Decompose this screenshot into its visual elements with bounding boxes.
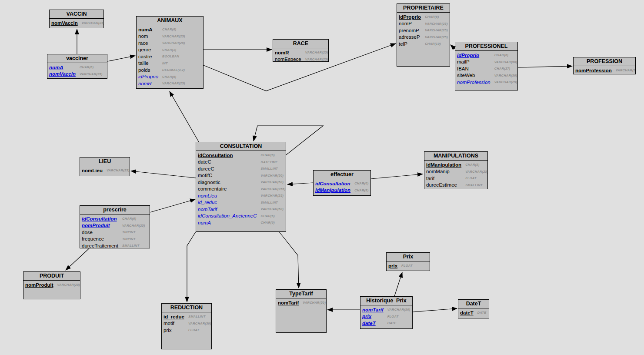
field-list: idConsultationCHAR(6)dateCDATETIMEdureeC…: [196, 152, 286, 226]
field-row: idProprioCHAR(6): [397, 13, 450, 20]
field-type: VARCHAR(255): [261, 186, 286, 193]
field-row: nomLieuVARCHAR(25): [196, 192, 286, 199]
entity-prix[interactable]: PrixprixFLOAT: [386, 252, 430, 271]
field-type: CHAR(6): [261, 152, 286, 159]
field-type: VARCHAR(25): [305, 56, 329, 62]
field-name: id_reduc: [196, 199, 261, 206]
field-name: race: [137, 40, 162, 47]
field-type: SMALLINT: [261, 199, 286, 206]
field-row: dureeEstimeeSMALLINT: [424, 182, 488, 189]
connector-professionel-to-profession[interactable]: [518, 66, 572, 67]
entity-produit[interactable]: PRODUITnomProduitVARCHAR(25): [23, 271, 80, 299]
entity-historique_prix[interactable]: Historique_PrixnomTarifVARCHAR(50)prixFL…: [360, 296, 413, 329]
connector-historiqueprix-to-prix[interactable]: [394, 272, 402, 296]
field-row: siteWebVARCHAR(50): [455, 72, 518, 79]
field-row: dateTDATE: [360, 320, 412, 327]
field-name: adresseP: [397, 34, 425, 41]
field-list: id_reducSMALLINTmotifVARCHAR(50)prixFLOA…: [162, 313, 212, 334]
field-type: VARCHAR(25): [162, 40, 203, 47]
entity-reduction[interactable]: REDUCTIONid_reducSMALLINTmotifVARCHAR(50…: [161, 303, 212, 349]
field-name: nomTarif: [276, 299, 303, 306]
field-row: dateCDATETIME: [196, 159, 286, 166]
entity-profession[interactable]: PROFESSIONnomProfessionVARCHAR(25): [573, 57, 636, 74]
field-type: CHAR(8): [354, 187, 370, 194]
connector-consultation-to-typetarif[interactable]: [279, 232, 299, 288]
entity-lieu[interactable]: LIEUnomLieuVARCHAR(25): [80, 157, 130, 176]
field-type: VARCHAR(25): [261, 192, 286, 199]
entity-title: MANIPULATIONS: [424, 152, 487, 161]
connector-effectuer-to-consultation[interactable]: [287, 183, 313, 184]
field-row: adressePVARCHAR(75): [397, 34, 450, 41]
connector-historiqueprix-to-datet[interactable]: [413, 308, 457, 312]
connector-prescrire-to-produit[interactable]: [66, 248, 89, 270]
entity-race[interactable]: RACEnomRVARCHAR(25)nomEspeceVARCHAR(25): [273, 39, 329, 62]
field-row: nomTarifVARCHAR(50): [196, 206, 286, 213]
field-name: nomProduit: [80, 222, 122, 229]
field-row: idConsultationCHAR(6): [314, 180, 370, 187]
field-row: nomProduitVARCHAR(25): [23, 281, 80, 288]
field-name: motifC: [196, 172, 261, 179]
entity-title: VACCIN: [50, 10, 103, 19]
entity-datet[interactable]: DateTdateTDATE: [458, 299, 489, 318]
field-type: VARCHAR(25): [162, 80, 203, 87]
entity-title: LIEU: [80, 157, 130, 166]
field-name: nom: [137, 33, 162, 40]
field-name: prix: [360, 313, 387, 320]
field-row: nomRVARCHAR(25): [273, 49, 329, 56]
field-name: idConsultation: [196, 152, 261, 159]
field-row: idProprioCHAR(6): [455, 52, 518, 59]
field-name: frequence: [80, 236, 122, 243]
entity-professionel[interactable]: PROFESSIONELidProprioCHAR(6)mailPVARCHAR…: [455, 42, 518, 90]
field-row: idProprioCHAR(6): [137, 74, 203, 80]
field-type: CHAR(6): [80, 64, 107, 71]
field-name: mailP: [455, 59, 494, 66]
field-name: nomVaccin: [50, 20, 82, 27]
entity-consultation[interactable]: CONSULTATIONidConsultationCHAR(6)dateCDA…: [196, 142, 286, 232]
field-type: VARCHAR(50): [494, 72, 518, 79]
field-name: prix: [387, 262, 401, 269]
field-row: nomManipVARCHAR(25): [424, 168, 488, 175]
field-type: VARCHAR(25): [122, 222, 150, 229]
field-row: prixFLOAT: [387, 262, 430, 269]
field-name: idConsultation: [80, 215, 122, 222]
field-name: telP: [397, 40, 425, 47]
field-name: idManipulation: [424, 161, 465, 168]
field-name: numA: [137, 26, 162, 33]
entity-effectuer[interactable]: effectueridConsultationCHAR(6)idManipula…: [313, 170, 371, 196]
entity-vacciner[interactable]: vaccinernumACHAR(6)nomVaccinVARCHAR(25): [47, 54, 107, 79]
connector-consultation-to-reduction[interactable]: [187, 232, 196, 302]
connector-prescrire-to-consultation[interactable]: [150, 199, 195, 212]
entity-vaccin[interactable]: VACCINnomVaccinVARCHAR(25): [49, 10, 104, 28]
field-type: CHAR(6): [162, 26, 203, 33]
field-type: BOOLEAN: [162, 53, 203, 60]
connector-consultation-to-animaux[interactable]: [170, 91, 199, 142]
field-name: motif: [162, 320, 188, 327]
field-row: nomLieuVARCHAR(25): [80, 167, 130, 174]
field-type: VARCHAR(25): [465, 168, 488, 175]
connector-effectuer-to-manipulations[interactable]: [371, 174, 423, 179]
field-type: VARCHAR(25): [425, 27, 450, 34]
field-name: id_reduc: [162, 313, 188, 320]
field-type: CHAR(1): [162, 47, 203, 54]
field-name: dureeC: [196, 165, 261, 172]
entity-prescrire[interactable]: prescrireidConsultationCHAR(6)nomProduit…: [80, 205, 150, 248]
field-type: VARCHAR(25): [305, 49, 329, 56]
entity-title: prescrire: [80, 206, 150, 214]
field-type: VARCHAR(25): [425, 20, 450, 27]
field-name: numA: [47, 64, 80, 71]
field-type: DATETIME: [261, 159, 286, 166]
entity-animaux[interactable]: ANIMAUXnumACHAR(6)nomVARCHAR(25)raceVARC…: [136, 16, 204, 89]
field-type: CHAR(27): [494, 65, 518, 72]
field-list: idManipulationCHAR(8)nomManipVARCHAR(25)…: [424, 161, 488, 188]
field-type: VARCHAR(75): [425, 34, 450, 41]
field-row: prenomPVARCHAR(25): [397, 27, 450, 34]
entity-typetarif[interactable]: TypeTarifnomTarifVARCHAR(50): [276, 289, 327, 333]
field-row: doseTINYINT: [80, 229, 150, 236]
connector-consultation-to-lieu[interactable]: [131, 171, 196, 178]
field-list: nomTarifVARCHAR(50)prixFLOATdateTDATE: [360, 306, 412, 327]
entity-manipulations[interactable]: MANIPULATIONSidManipulationCHAR(8)nomMan…: [424, 151, 488, 189]
field-type: SMALLINT: [261, 165, 286, 172]
field-row: idConsultationCHAR(6): [80, 215, 150, 222]
entity-proprietaire[interactable]: PROPRIETAIREidProprioCHAR(6)nomPVARCHAR(…: [397, 3, 450, 67]
connector-vacciner-to-animaux[interactable]: [107, 56, 135, 61]
